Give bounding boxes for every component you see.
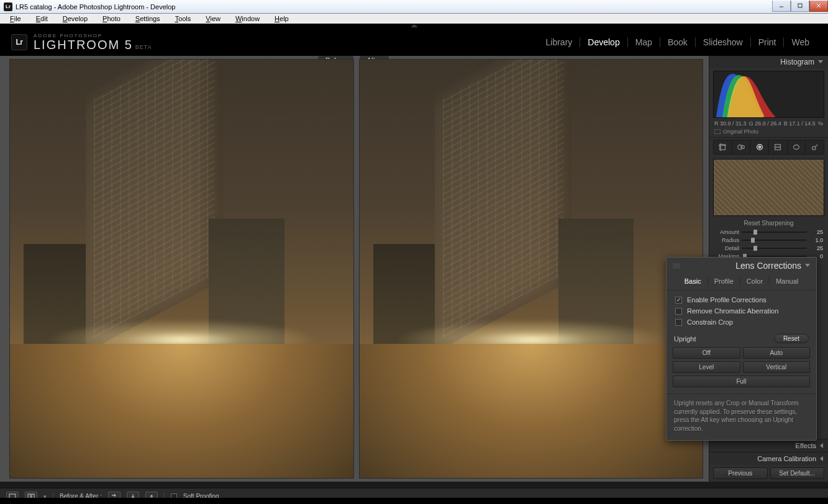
tab-profile[interactable]: Profile (708, 276, 740, 286)
redeye-tool[interactable] (750, 140, 769, 154)
menubar: File Edit Develop Photo Settings Tools V… (0, 14, 828, 24)
upright-help-text: Upright resets any Crop or Manual Transf… (666, 394, 816, 440)
upright-label: Upright (674, 335, 696, 343)
upright-level-button[interactable]: Level (673, 361, 740, 373)
before-pane: Before (10, 60, 353, 478)
slider-radius[interactable]: Radius1.0 (714, 236, 823, 244)
top-panel-collapse-cue[interactable] (0, 24, 828, 29)
adjustment-brush-tool[interactable] (806, 140, 824, 154)
upright-auto-button[interactable]: Auto (743, 347, 811, 359)
menu-view[interactable]: View (198, 14, 228, 23)
window-maximize-button[interactable] (791, 1, 809, 12)
before-photo[interactable] (10, 60, 353, 478)
graduated-filter-tool[interactable] (769, 140, 788, 154)
svg-line-16 (815, 145, 817, 147)
window-titlebar: Lr LR5 catalog - Adobe Photoshop Lightro… (0, 0, 828, 14)
previous-button[interactable]: Previous (713, 467, 768, 479)
app-icon: Lr (4, 2, 12, 11)
checkbox-icon (675, 308, 682, 315)
svg-rect-4 (714, 129, 721, 134)
menu-edit[interactable]: Edit (29, 14, 55, 23)
spot-removal-tool[interactable] (732, 140, 751, 154)
enable-profile-corrections-checkbox[interactable]: Enable Profile Corrections (666, 294, 816, 305)
upright-vertical-button[interactable]: Vertical (743, 361, 811, 373)
histogram[interactable] (713, 71, 824, 118)
constrain-crop-checkbox[interactable]: Constrain Crop (666, 317, 816, 328)
after-pane: After (360, 60, 703, 478)
upright-off-button[interactable]: Off (673, 347, 740, 359)
lens-corrections-panel: Lens Corrections Basic Profile Color Man… (666, 257, 817, 441)
effects-panel-header[interactable]: Effects (709, 439, 828, 452)
canvas-area: Before After (0, 56, 709, 482)
svg-point-9 (741, 145, 744, 148)
identity-plate: Lr ADOBE PHOTOSHOP LIGHTROOM 5BETA Libra… (0, 29, 828, 56)
menu-settings[interactable]: Settings (128, 14, 168, 23)
checkbox-icon (675, 319, 682, 326)
menu-tools[interactable]: Tools (168, 14, 199, 23)
panel-grip-icon[interactable] (673, 264, 680, 268)
svg-point-14 (794, 145, 799, 150)
menu-help[interactable]: Help (267, 14, 296, 23)
module-slideshow[interactable]: Slideshow (696, 37, 751, 47)
module-map[interactable]: Map (628, 37, 660, 47)
chevron-left-icon (820, 456, 823, 461)
lens-tabs: Basic Profile Color Manual (666, 274, 816, 290)
chevron-down-icon (818, 60, 823, 66)
menu-photo[interactable]: Photo (95, 14, 128, 23)
menu-window[interactable]: Window (228, 14, 267, 23)
lightroom-logo: Lr (11, 34, 27, 50)
detail-preview[interactable] (713, 159, 824, 216)
camera-calibration-panel-header[interactable]: Camera Calibration (709, 452, 828, 465)
tab-basic[interactable]: Basic (678, 276, 708, 286)
window-minimize-button[interactable] (772, 1, 791, 12)
photo-icon (714, 129, 721, 134)
chevron-left-icon (820, 443, 823, 448)
checkbox-checked-icon (675, 297, 682, 304)
module-library[interactable]: Library (539, 37, 581, 47)
module-picker: Library Develop Map Book Slideshow Print… (539, 37, 817, 47)
tab-color[interactable]: Color (740, 276, 770, 286)
module-web[interactable]: Web (784, 37, 817, 47)
module-develop[interactable]: Develop (580, 37, 627, 47)
svg-point-11 (758, 146, 761, 148)
module-print[interactable]: Print (751, 37, 785, 47)
histogram-readout: R 30.9 / 31.3G 26.9 / 26.4B 17.1 / 14.5% (709, 119, 828, 128)
remove-chromatic-aberration-checkbox[interactable]: Remove Chromatic Aberration (666, 305, 816, 317)
slider-amount[interactable]: Amount25 (714, 228, 823, 236)
menu-file[interactable]: File (2, 14, 29, 23)
window-title: LR5 catalog - Adobe Photoshop Lightroom … (16, 3, 175, 11)
menu-develop[interactable]: Develop (55, 14, 95, 23)
module-book[interactable]: Book (660, 37, 696, 47)
lens-corrections-title: Lens Corrections (735, 261, 801, 271)
window-close-button[interactable] (809, 1, 828, 12)
after-photo[interactable] (360, 60, 703, 478)
tab-manual[interactable]: Manual (770, 276, 804, 286)
brand-big: LIGHTROOM 5 (34, 38, 133, 52)
upright-full-button[interactable]: Full (673, 376, 810, 387)
original-photo-row[interactable]: Original Photo (709, 128, 828, 138)
upright-reset-button[interactable]: Reset (774, 334, 809, 343)
develop-toolstrip (713, 140, 824, 155)
brand-beta: BETA (135, 44, 152, 50)
chevron-down-icon[interactable] (805, 264, 810, 269)
crop-tool[interactable] (714, 140, 732, 154)
sharpening-title[interactable]: Reset Sharpening (714, 220, 823, 227)
svg-rect-1 (798, 4, 802, 7)
radial-filter-tool[interactable] (788, 140, 806, 154)
slider-detail[interactable]: Detail25 (714, 244, 823, 252)
set-default-button[interactable]: Set Default... (770, 467, 825, 479)
histogram-panel-header[interactable]: Histogram (709, 56, 828, 68)
